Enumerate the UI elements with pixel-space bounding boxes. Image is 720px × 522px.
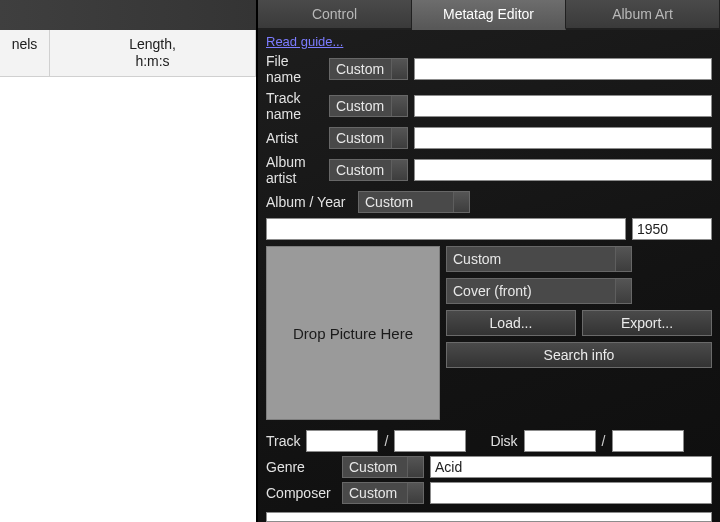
album-input[interactable] [266, 218, 626, 240]
label-track-name: Track name [266, 90, 323, 122]
genre-preset-combo[interactable]: Custom [342, 456, 424, 478]
search-info-button[interactable]: Search info [446, 342, 712, 368]
chevron-down-icon [453, 192, 469, 212]
left-dark-strip [0, 0, 256, 30]
album-artist-preset-value: Custom [336, 162, 384, 178]
chevron-down-icon [391, 128, 407, 148]
form-area: File name Custom Track name Custom Artis… [258, 51, 720, 240]
album-artist-preset-combo[interactable]: Custom [329, 159, 408, 181]
file-name-input[interactable] [414, 58, 712, 80]
label-genre: Genre [266, 459, 336, 475]
col-header-length[interactable]: Length, h:m:s [50, 30, 256, 76]
track-name-input[interactable] [414, 95, 712, 117]
label-track: Track [266, 433, 300, 449]
chevron-down-icon [391, 160, 407, 180]
artist-input[interactable] [414, 127, 712, 149]
track-disk-row: Track / Disk / [258, 420, 720, 452]
tab-bar: Control Metatag Editor Album Art [258, 0, 720, 30]
art-preset-value: Custom [453, 251, 501, 267]
chevron-down-icon [407, 457, 423, 477]
art-type-value: Cover (front) [453, 283, 532, 299]
album-artist-input[interactable] [414, 159, 712, 181]
art-preset-combo[interactable]: Custom [446, 246, 632, 272]
genre-preset-value: Custom [349, 459, 397, 475]
chevron-down-icon [391, 96, 407, 116]
composer-preset-value: Custom [349, 485, 397, 501]
track-total-input[interactable] [394, 430, 466, 452]
album-art-block: Drop Picture Here Custom Cover (front) L… [258, 246, 720, 420]
comment-textarea[interactable] [266, 512, 712, 522]
chevron-down-icon [615, 279, 631, 303]
artist-preset-value: Custom [336, 130, 384, 146]
label-composer: Composer [266, 485, 336, 501]
album-art-dropzone[interactable]: Drop Picture Here [266, 246, 440, 420]
art-type-combo[interactable]: Cover (front) [446, 278, 632, 304]
track-name-preset-combo[interactable]: Custom [329, 95, 408, 117]
label-album-artist: Album artist [266, 154, 323, 186]
label-album-year: Album / Year [266, 194, 352, 210]
file-name-preset-value: Custom [336, 61, 384, 77]
genre-input[interactable] [430, 456, 712, 478]
read-guide-link[interactable]: Read guide... [258, 30, 720, 51]
disk-number-input[interactable] [524, 430, 596, 452]
chevron-down-icon [391, 59, 407, 79]
composer-input[interactable] [430, 482, 712, 504]
file-name-preset-combo[interactable]: Custom [329, 58, 408, 80]
col-header-length-line2: h:m:s [135, 53, 169, 69]
col-header-length-line1: Length, [129, 36, 176, 52]
slash-track: / [384, 433, 388, 449]
composer-preset-combo[interactable]: Custom [342, 482, 424, 504]
artist-preset-combo[interactable]: Custom [329, 127, 408, 149]
label-artist: Artist [266, 130, 323, 146]
track-list-panel: nels Length, h:m:s [0, 0, 256, 522]
col-header-channels[interactable]: nels [0, 30, 50, 76]
tab-metatag-editor[interactable]: Metatag Editor [412, 0, 566, 30]
load-art-button[interactable]: Load... [446, 310, 576, 336]
year-input[interactable] [632, 218, 712, 240]
export-art-button[interactable]: Export... [582, 310, 712, 336]
album-year-preset-value: Custom [365, 194, 413, 210]
metatag-editor-panel: Control Metatag Editor Album Art Read gu… [256, 0, 720, 522]
track-number-input[interactable] [306, 430, 378, 452]
album-year-preset-combo[interactable]: Custom [358, 191, 470, 213]
slash-disk: / [602, 433, 606, 449]
grid-body-empty [0, 77, 256, 522]
grid-header: nels Length, h:m:s [0, 30, 256, 77]
tab-album-art[interactable]: Album Art [566, 0, 720, 30]
track-name-preset-value: Custom [336, 98, 384, 114]
tab-control[interactable]: Control [258, 0, 412, 30]
label-disk: Disk [490, 433, 517, 449]
chevron-down-icon [407, 483, 423, 503]
label-file-name: File name [266, 53, 323, 85]
disk-total-input[interactable] [612, 430, 684, 452]
chevron-down-icon [615, 247, 631, 271]
